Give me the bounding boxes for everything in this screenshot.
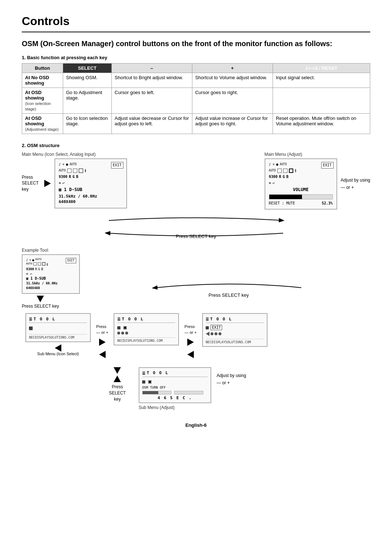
arrow-left-area	[55, 344, 61, 352]
nec-url-1: NECDISPLAYSOLUTIONS.COM	[29, 334, 87, 339]
row2-select: Go to Adjustment stage.	[63, 88, 112, 114]
row2-plus: Cursor goes to right.	[192, 88, 273, 114]
nec-url-3: NECDISPLAYSOLUTIONS.COM	[206, 339, 264, 344]
row2-reset	[273, 88, 370, 114]
row3-select: Go to Icon selection stage.	[63, 114, 112, 134]
svg-text:Press  SELECT  key: Press SELECT key	[176, 234, 216, 239]
row3-minus: Adjust value decrease or Cursor for adju…	[111, 114, 192, 134]
exit-tag2: EXIT	[321, 162, 334, 169]
tool-box-4: ≡ T O O L ▦ ▣ OSM TURN OFF 4 6 5 E C .	[139, 367, 211, 403]
main-menu-adjust-box: EXIT ♪☀●AUTO AUTO ≬ 9300 R G B	[265, 158, 337, 210]
footer: English-6	[22, 422, 370, 428]
table-row: At OSD showing (Adjustment stage) Go to …	[22, 114, 370, 134]
row3-plus: Adjust value increase or Cursor for adju…	[192, 114, 273, 134]
table-row: At No OSD showing Showing OSM. Shortcut …	[22, 73, 370, 88]
press-label-left: PressSELECTkey	[22, 174, 39, 193]
exit-tag: EXIT	[111, 162, 123, 169]
arrows-2-3: Press— or +	[184, 313, 196, 360]
basic-function-table: Button SELECT – + 1<->2 / RESET At No OS…	[22, 63, 370, 134]
row1-select: Showing OSM.	[63, 73, 112, 88]
sub-menu-adjust-label: Sub Menu (Adjust)	[139, 405, 175, 410]
section1-label: 1. Basic function at pressing each key	[22, 55, 370, 60]
press-select-down: Press SELECT key	[22, 296, 59, 309]
col-button: Button	[22, 64, 63, 73]
adjust-or: — or +	[341, 185, 354, 191]
col-select: SELECT	[63, 64, 112, 73]
sub-menu-icon-label: Sub Menu (Icon Select)	[37, 352, 79, 356]
main-menu-icon-box: EXIT ♪☀●AUTO AUTO ≬ 9300 R G B	[54, 158, 127, 208]
col-reset: 1<->2 / RESET	[273, 64, 370, 73]
tool-box-2: ≡ T O O L ▦ ▣ NECDISPLAYSOLUTIONS.COM	[114, 313, 179, 345]
main-menu-icon-label: Main Menu (Icon Select, Analog Input)	[22, 152, 95, 157]
main-heading: OSM (On-Screen Manager) control buttons …	[22, 39, 370, 48]
row2-label: At OSD showing (Icon selection stage)	[22, 88, 63, 114]
row1-reset: Input signal select.	[273, 73, 370, 88]
row2-minus: Cursor goes to left.	[111, 88, 192, 114]
nec-url-2: NECDISPLAYSOLUTIONS.COM	[117, 337, 175, 343]
svg-text:Press  SELECT  key: Press SELECT key	[208, 292, 249, 298]
arrow-right-icon	[44, 180, 51, 187]
tool-box-3: ≡ T O O L ▦ EXIT NECDISPLAYSOLUTIONS.COM	[202, 313, 268, 347]
row1-plus: Shortcut to Volume adjust window.	[192, 73, 273, 88]
row1-label: At No OSD showing	[22, 73, 63, 88]
volume-bar	[269, 194, 333, 199]
adjust-label-2: Adjust by using — or +	[217, 367, 246, 386]
example-tool-label: Example Tool:	[22, 248, 49, 253]
flow-arrows-top: Press SELECT key	[22, 213, 370, 242]
section2-label: 2. OSM structure	[22, 143, 370, 148]
flow-arrow-mid: Press SELECT key	[138, 277, 319, 299]
col-minus: –	[111, 64, 192, 73]
tool-box-1: ≡ T O O L ▦ NECDISPLAYSOLUTIONS.COM	[25, 313, 91, 342]
example-tool-box: EXIT ♪☀●AUTO AUTO ≬ 9300 RGB ≡ ↩ ▦ 1 D-S…	[22, 254, 80, 294]
row1-minus: Shortcut to Bright adjust window.	[111, 73, 192, 88]
col-plus: +	[192, 64, 273, 73]
page-title: Controls	[22, 15, 370, 28]
main-menu-adjust-label: Main Menu (Adjust)	[265, 152, 302, 157]
row3-label: At OSD showing (Adjustment stage)	[22, 114, 63, 134]
arrows-1-2: Press— or +	[96, 313, 108, 360]
row3-reset: Reset operation. Mute off/on switch on V…	[273, 114, 370, 134]
title-divider	[22, 32, 370, 32]
adjust-label: Adjust by using	[341, 177, 370, 183]
select-key-down: PressSELECTkey	[109, 367, 126, 402]
table-row: At OSD showing (Icon selection stage) Go…	[22, 88, 370, 114]
